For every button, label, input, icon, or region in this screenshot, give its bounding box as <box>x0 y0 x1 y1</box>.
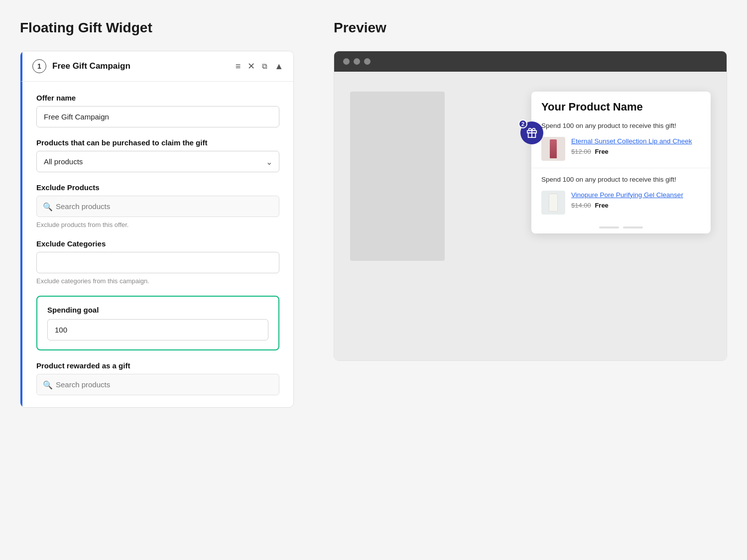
cleanser-product-img <box>549 194 558 212</box>
browser-dot-2 <box>354 58 360 65</box>
campaign-number: 1 <box>32 59 46 73</box>
gift-badge-count: 2 <box>518 119 527 128</box>
gift-badge[interactable]: 2 <box>520 121 543 144</box>
product-info-1: Eternal Sunset Collection Lip and Cheek … <box>571 137 701 155</box>
lip-product-img <box>550 139 557 158</box>
widget-popup: 2 Your Product Name <box>531 92 711 233</box>
offer-name-label: Offer name <box>36 94 279 102</box>
offer2-description: Spend 100 on any product to receive this… <box>541 175 701 185</box>
scroll-indicator <box>531 222 711 233</box>
offer1-description: Spend 100 on any product to receive this… <box>541 121 701 131</box>
product-price-1: $12.00 Free <box>571 148 701 155</box>
campaign-header: 1 Free Gift Campaign ≡ ✕ ⧉ ▲ <box>20 51 293 82</box>
gift-icon <box>526 127 537 138</box>
spending-goal-section: Spending goal <box>36 296 279 350</box>
scroll-dot-2 <box>623 226 643 228</box>
product-rewarded-group: Product rewarded as a gift 🔍 <box>36 361 279 395</box>
products-group: Products that can be purchased to claim … <box>36 138 279 172</box>
product-item-1: Eternal Sunset Collection Lip and Cheek … <box>541 137 701 161</box>
exclude-categories-label: Exclude Categories <box>36 239 279 248</box>
product-rewarded-input[interactable] <box>36 374 279 395</box>
spending-goal-label: Spending goal <box>47 306 268 314</box>
hamburger-icon[interactable]: ≡ <box>236 61 241 72</box>
offer-name-input[interactable] <box>36 106 279 127</box>
offer-name-group: Offer name <box>36 94 279 127</box>
browser-dot-3 <box>364 58 371 65</box>
campaign-name-label: Free Gift Campaign <box>52 61 230 71</box>
product-name-1[interactable]: Eternal Sunset Collection Lip and Cheek <box>571 137 701 146</box>
product-rewarded-label: Product rewarded as a gift <box>36 361 279 370</box>
product-thumb-2 <box>541 191 565 215</box>
campaign-card: 1 Free Gift Campaign ≡ ✕ ⧉ ▲ Offer name <box>20 51 294 408</box>
product-item-2: Vinopure Pore Purifying Gel Cleanser $14… <box>541 191 701 215</box>
product-price-2: $14.00 Free <box>571 202 701 209</box>
browser-dot-1 <box>343 58 350 65</box>
exclude-categories-hint: Exclude categories from this campaign. <box>36 277 279 285</box>
product-image-placeholder <box>350 92 445 261</box>
spending-goal-input[interactable] <box>47 319 268 340</box>
collapse-icon[interactable]: ▲ <box>274 61 283 72</box>
exclude-products-label: Exclude Products <box>36 183 279 192</box>
exclude-products-search-wrapper: 🔍 <box>36 196 279 217</box>
product-thumb-1 <box>541 137 565 161</box>
page-title: Floating Gift Widget <box>20 20 294 36</box>
widget-header: Your Product Name <box>531 92 711 113</box>
widget-product-name: Your Product Name <box>541 101 701 113</box>
browser-mockup: 2 Your Product Name <box>334 51 727 361</box>
price-original-2: $14.00 <box>571 202 591 209</box>
products-select[interactable]: All products <box>36 151 279 172</box>
products-label: Products that can be purchased to claim … <box>36 138 279 147</box>
products-select-wrapper: All products ⌄ <box>36 151 279 172</box>
offer-row-2: Spend 100 on any product to receive this… <box>531 168 711 222</box>
product-rewarded-search-wrapper: 🔍 <box>36 374 279 395</box>
left-panel: Floating Gift Widget 1 Free Gift Campaig… <box>0 0 314 560</box>
price-original-1: $12.00 <box>571 148 591 155</box>
exclude-products-hint: Exclude products from this offer. <box>36 221 279 228</box>
exclude-products-input[interactable] <box>36 196 279 217</box>
price-free-2: Free <box>595 202 608 209</box>
right-panel: Preview 2 <box>314 0 747 560</box>
offer-row-1: Spend 100 on any product to receive this… <box>531 121 711 168</box>
form-body: Offer name Products that can be purchase… <box>20 82 293 407</box>
product-name-2[interactable]: Vinopure Pore Purifying Gel Cleanser <box>571 191 701 200</box>
close-icon[interactable]: ✕ <box>248 61 255 72</box>
exclude-categories-group: Exclude Categories Exclude categories fr… <box>36 239 279 285</box>
preview-title: Preview <box>334 20 727 36</box>
product-info-2: Vinopure Pore Purifying Gel Cleanser $14… <box>571 191 701 209</box>
browser-toolbar <box>334 51 727 72</box>
copy-icon[interactable]: ⧉ <box>262 62 267 71</box>
scroll-dot-1 <box>599 226 619 228</box>
exclude-products-group: Exclude Products 🔍 Exclude products from… <box>36 183 279 228</box>
campaign-actions: ≡ ✕ ⧉ ▲ <box>236 61 283 72</box>
browser-content: 2 Your Product Name <box>334 72 727 360</box>
product-page-bg: 2 Your Product Name <box>334 72 727 360</box>
exclude-categories-input[interactable] <box>36 252 279 273</box>
price-free-1: Free <box>595 148 608 155</box>
